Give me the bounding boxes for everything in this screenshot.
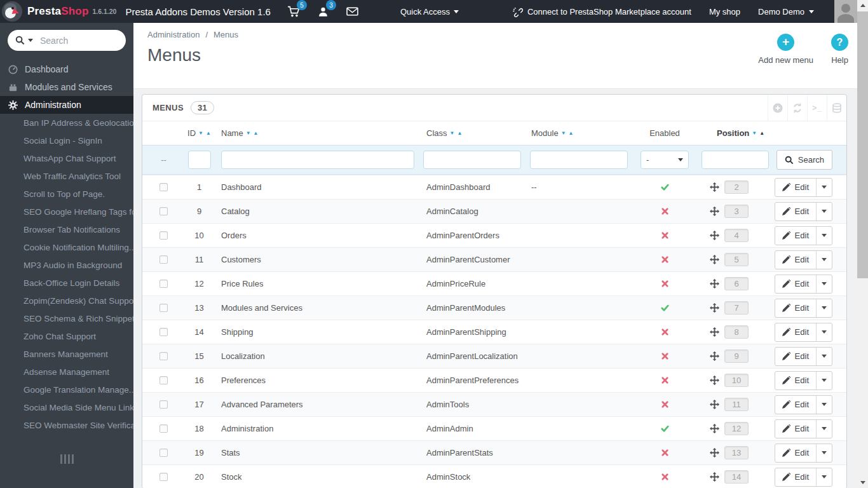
enabled-toggle-icon[interactable] — [661, 304, 669, 312]
enabled-toggle-icon[interactable] — [661, 207, 669, 215]
row-checkbox[interactable] — [159, 207, 168, 215]
enabled-toggle-icon[interactable] — [661, 376, 669, 384]
row-checkbox[interactable] — [159, 352, 168, 360]
move-handle-icon[interactable] — [710, 231, 719, 240]
sidebar-subitem[interactable]: Social Media Side Menu Links — [0, 398, 133, 416]
column-header-class[interactable]: Class — [420, 128, 525, 138]
edit-button[interactable]: Edit — [775, 226, 832, 245]
filter-position-input[interactable] — [702, 151, 769, 169]
sidebar-subitem[interactable]: Zoho Chat Support — [0, 327, 133, 345]
column-header-name[interactable]: Name — [214, 128, 420, 138]
cart-icon[interactable]: 5 — [287, 5, 301, 18]
panel-terminal-icon[interactable]: >_ — [807, 95, 827, 121]
scroll-down-arrow[interactable] — [857, 477, 868, 488]
edit-dropdown-toggle[interactable] — [816, 348, 832, 365]
breadcrumb-parent[interactable]: Administration — [147, 30, 200, 39]
sort-desc-icon[interactable] — [752, 131, 757, 136]
enabled-toggle-icon[interactable] — [661, 400, 669, 409]
edit-button[interactable]: Edit — [775, 468, 832, 487]
filter-class-input[interactable] — [423, 151, 521, 169]
edit-dropdown-toggle[interactable] — [816, 444, 832, 462]
edit-dropdown-toggle[interactable] — [816, 227, 832, 245]
filter-module-input[interactable] — [530, 151, 628, 169]
sort-desc-icon[interactable] — [561, 131, 566, 136]
panel-refresh-icon[interactable] — [787, 95, 807, 121]
marketplace-link[interactable]: Connect to PrestaShop Marketplace accoun… — [512, 6, 691, 17]
row-checkbox[interactable] — [159, 255, 168, 264]
move-handle-icon[interactable] — [710, 279, 719, 288]
sidebar-subitem[interactable]: Back-Office Login Details — [0, 274, 133, 292]
filter-id-input[interactable] — [188, 151, 211, 169]
sidebar-item-administration[interactable]: Administration — [0, 96, 133, 114]
row-checkbox[interactable] — [159, 376, 168, 384]
move-handle-icon[interactable] — [710, 182, 719, 192]
sidebar-subitem[interactable]: Browser Tab Notifications — [0, 220, 133, 238]
messages-icon[interactable] — [346, 5, 360, 18]
edit-dropdown-toggle[interactable] — [816, 323, 832, 341]
edit-dropdown-toggle[interactable] — [816, 420, 832, 438]
scroll-up-arrow[interactable] — [857, 0, 868, 11]
sort-asc-icon[interactable] — [569, 131, 574, 136]
sidebar-subitem[interactable]: Cookie Notification Multiling... — [0, 238, 133, 256]
column-header-id[interactable]: ID — [185, 128, 214, 138]
move-handle-icon[interactable] — [710, 448, 719, 458]
row-checkbox[interactable] — [159, 473, 168, 481]
enabled-toggle-icon[interactable] — [661, 473, 669, 481]
move-handle-icon[interactable] — [710, 255, 719, 264]
row-checkbox[interactable] — [159, 449, 168, 457]
enabled-toggle-icon[interactable] — [661, 280, 669, 288]
sidebar-subitem[interactable]: Banners Management — [0, 345, 133, 363]
edit-dropdown-toggle[interactable] — [816, 372, 832, 390]
row-checkbox[interactable] — [159, 280, 168, 288]
edit-button[interactable]: Edit — [775, 299, 832, 318]
sidebar-subitem[interactable]: Zopim(Zendesk) Chat Support — [0, 292, 133, 309]
row-checkbox[interactable] — [159, 424, 168, 433]
move-handle-icon[interactable] — [710, 351, 719, 361]
enabled-toggle-icon[interactable] — [661, 424, 669, 433]
sidebar-subitem[interactable]: Google Translation Manage... — [0, 381, 133, 398]
panel-database-icon[interactable] — [827, 95, 846, 121]
row-checkbox[interactable] — [159, 231, 168, 240]
sort-asc-icon[interactable] — [206, 131, 211, 136]
edit-dropdown-toggle[interactable] — [816, 396, 832, 414]
edit-dropdown-toggle[interactable] — [816, 468, 832, 486]
edit-dropdown-toggle[interactable] — [816, 251, 832, 269]
sidebar-subitem[interactable]: Ban IP Address & Geolocatio... — [0, 114, 133, 132]
sidebar-item-modules[interactable]: Modules and Services — [0, 78, 133, 96]
enabled-toggle-icon[interactable] — [661, 231, 669, 240]
row-checkbox[interactable] — [159, 183, 168, 191]
customers-notification-icon[interactable]: 3 — [316, 5, 330, 18]
move-handle-icon[interactable] — [710, 303, 719, 313]
edit-button[interactable]: Edit — [775, 274, 832, 294]
sidebar-subitem[interactable]: SEO Google Hreflang Tags fo... — [0, 203, 133, 220]
enabled-toggle-icon[interactable] — [661, 449, 669, 457]
edit-dropdown-toggle[interactable] — [816, 275, 832, 293]
sidebar-subitem[interactable]: Web Traffic Analytics Tool — [0, 167, 133, 185]
sidebar-subitem[interactable]: WhatsApp Chat Support — [0, 149, 133, 167]
add-new-menu-button[interactable]: Add new menu — [758, 34, 813, 65]
sidebar-subitem[interactable]: SEO Webmaster Site Verifica... — [0, 416, 133, 434]
move-handle-icon[interactable] — [710, 327, 719, 337]
edit-button[interactable]: Edit — [775, 395, 832, 414]
sidebar-item-dashboard[interactable]: Dashboard — [0, 60, 133, 78]
sort-asc-icon[interactable] — [254, 131, 259, 136]
scrollbar-thumb[interactable] — [857, 11, 868, 278]
row-checkbox[interactable] — [159, 304, 168, 312]
filter-name-input[interactable] — [221, 151, 414, 169]
column-header-position[interactable]: Position — [700, 128, 773, 138]
sort-desc-icon[interactable] — [198, 131, 203, 136]
user-menu[interactable]: Demo Demo — [758, 7, 814, 17]
sidebar-search[interactable] — [8, 30, 126, 51]
avatar[interactable] — [834, 0, 857, 23]
edit-button[interactable]: Edit — [775, 444, 832, 463]
edit-button[interactable]: Edit — [775, 419, 832, 438]
sidebar-collapse-grip[interactable] — [0, 454, 133, 464]
sort-asc-icon[interactable] — [457, 131, 462, 136]
edit-button[interactable]: Edit — [775, 347, 832, 366]
edit-dropdown-toggle[interactable] — [816, 179, 832, 196]
sort-asc-icon[interactable] — [759, 131, 764, 136]
column-header-module[interactable]: Module — [525, 128, 630, 138]
sidebar-subitem[interactable]: Scroll to Top of Page. — [0, 185, 133, 203]
sort-desc-icon[interactable] — [450, 131, 455, 136]
sidebar-subitem[interactable]: Adsense Management — [0, 363, 133, 381]
